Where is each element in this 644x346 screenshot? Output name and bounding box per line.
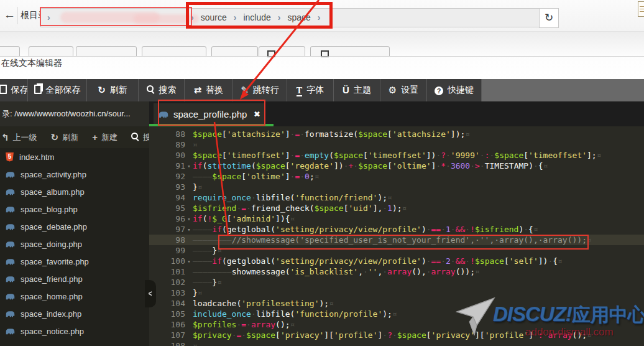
code-line-100[interactable]: 100▾————if(getglobal('setting/privacy/vi…: [149, 256, 644, 266]
code-line-91[interactable]: 91▾if(strtotime($space['regdate'])·+·$sp…: [149, 161, 644, 171]
back-icon[interactable]: ←: [4, 8, 16, 22]
code-text: ————————showmessage('is_blacklist',·'',·…: [193, 266, 480, 277]
plus-icon: +: [92, 133, 98, 143]
code-text: ————}¤: [193, 245, 222, 256]
php-file-icon: [6, 292, 15, 300]
toolbar-button-pages[interactable]: 全部保存: [28, 79, 87, 101]
file-item[interactable]: space_blog.php: [0, 200, 149, 218]
toolbar-button-refresh[interactable]: ↻刷新: [87, 79, 139, 101]
chevron-icon: ›: [318, 12, 321, 22]
file-name: space_index.php: [21, 309, 81, 319]
line-number: 94: [149, 192, 185, 203]
php-file-icon: [6, 223, 15, 230]
cutoff-button[interactable]: [259, 46, 305, 57]
file-item[interactable]: space_index.php: [0, 305, 149, 322]
code-line-108[interactable]: 108¤: [149, 340, 644, 346]
cutoff-button[interactable]: [0, 46, 20, 57]
tab-title: space_profile.php: [173, 109, 249, 119]
filetool-uplevel[interactable]: ↰上一级: [1, 132, 37, 143]
cutoff-button[interactable]: [211, 46, 258, 57]
breadcrumb-item-source[interactable]: source: [201, 12, 227, 22]
toolbar-button-search[interactable]: 搜索: [139, 79, 185, 101]
refresh-icon: ↻: [98, 85, 106, 95]
fold-arrow-icon[interactable]: ▾: [185, 256, 193, 266]
toolbar-button-page[interactable]: 保存: [0, 79, 28, 101]
cutoff-button[interactable]: [76, 46, 137, 57]
cutoff-button[interactable]: [310, 46, 390, 57]
divider: [0, 56, 644, 57]
code-line-89[interactable]: 89¤: [149, 139, 644, 150]
file-name: index.htm: [19, 152, 54, 162]
collapse-sidebar-handle[interactable]: <: [145, 280, 156, 307]
font-icon: T: [297, 85, 302, 95]
filetool-refresh[interactable]: ↻刷新: [51, 132, 79, 143]
toolbar-button-font[interactable]: T字体: [287, 79, 334, 101]
code-line-96[interactable]: 96▾if(!$_G['adminid']){¤: [149, 213, 644, 224]
file-name: space_favorite.php: [21, 257, 89, 266]
tab-space-profile[interactable]: space_profile.php ✖: [154, 103, 265, 124]
code-line-99[interactable]: 99————}¤: [149, 245, 644, 256]
breadcrumb-item-include[interactable]: include: [243, 12, 270, 22]
file-item[interactable]: space_notice.php: [0, 322, 149, 340]
code-line-102[interactable]: 102————}¤: [149, 277, 644, 288]
file-item[interactable]: 5index.htm: [0, 148, 149, 166]
file-item[interactable]: space_debate.php: [0, 218, 149, 235]
toolbar-button-theme[interactable]: Ü主题: [334, 79, 380, 101]
refresh-button[interactable]: ↻: [539, 8, 559, 28]
toolbar-button-help[interactable]: ?快捷键: [427, 79, 482, 101]
close-tab-icon[interactable]: ✖: [254, 110, 260, 119]
file-name: space_friend.php: [21, 274, 83, 284]
fold-gutter: [185, 245, 193, 256]
code-line-95[interactable]: 95$isfriend·=·friend_check($space['uid']…: [149, 203, 644, 213]
list-icon[interactable]: [638, 1, 644, 17]
code-text: $isfriend·=·friend_check($space['uid'],·…: [193, 203, 407, 213]
fold-arrow-icon[interactable]: ▾: [185, 161, 193, 171]
file-item[interactable]: space_friend.php: [0, 270, 149, 288]
code-line-93[interactable]: 93}¤: [149, 182, 644, 192]
code-line-105[interactable]: 105include_once·libfile('function/profil…: [149, 309, 644, 319]
toolbar-button-goto[interactable]: ✎跳转行: [233, 79, 287, 101]
file-item[interactable]: space_doing.php: [0, 235, 149, 253]
code-line-104[interactable]: 104loadcache('profilesetting');¤: [149, 298, 644, 309]
fold-gutter: [185, 235, 193, 245]
line-number: 90: [149, 150, 185, 161]
code-editor[interactable]: 88$space['attachsize']·=·formatsize($spa…: [149, 126, 644, 346]
code-line-92[interactable]: 92————$space['oltime']·=·0;¤: [149, 171, 644, 182]
top-breadcrumb-bar: ← 根目录 › ›source›include›space› ↻: [0, 0, 644, 32]
breadcrumb: ›source›include›space›: [191, 12, 320, 22]
file-name: space_doing.php: [21, 240, 82, 249]
php-file-icon: [6, 327, 15, 335]
file-item[interactable]: space_activity.php: [0, 166, 149, 183]
cutoff-button[interactable]: [29, 46, 73, 57]
code-line-101[interactable]: 101————————showmessage('is_blacklist',·'…: [149, 266, 644, 277]
code-line-106[interactable]: 106$profiles·=·array();¤: [149, 319, 644, 330]
file-item[interactable]: space_favorite.php: [0, 253, 149, 270]
code-text: $space['attachsize']·=·formatsize($space…: [193, 129, 470, 139]
code-line-107[interactable]: 107$privacy·=·$space['privacy']['profile…: [149, 330, 644, 340]
breadcrumb-field[interactable]: › ›source›include›space›: [40, 8, 540, 27]
code-line-98[interactable]: 98————————//showmessage('specified_user_…: [149, 235, 644, 245]
file-name: space_debate.php: [21, 222, 87, 231]
toolbar-button-swap[interactable]: ⇄替换: [185, 79, 233, 101]
line-number: 89: [149, 139, 185, 150]
file-item[interactable]: space_album.php: [0, 183, 149, 200]
breadcrumb-item-space[interactable]: space: [287, 12, 310, 22]
fold-arrow-icon[interactable]: ▾: [185, 213, 193, 224]
code-line-103[interactable]: 103}¤: [149, 288, 644, 298]
code-line-90[interactable]: 90$space['timeoffset']·=·empty($space['t…: [149, 150, 644, 161]
gear-icon: ⚙: [389, 85, 397, 95]
code-line-97[interactable]: 97▾————if(getglobal('setting/privacy/vie…: [149, 224, 644, 235]
page-title: 在线文本编辑器: [1, 58, 62, 69]
code-line-94[interactable]: 94require_once·libfile('function/friend'…: [149, 192, 644, 203]
file-item[interactable]: space_home.php: [0, 288, 149, 305]
fold-arrow-icon[interactable]: ▾: [185, 224, 193, 235]
toolbar-button-gear[interactable]: ⚙设置: [380, 79, 427, 101]
search-icon: [147, 85, 155, 95]
code-text: ————$space['oltime']·=·0;¤: [193, 171, 320, 182]
fold-gutter: [185, 298, 193, 309]
code-line-88[interactable]: 88$space['attachsize']·=·formatsize($spa…: [149, 129, 644, 139]
file-name: space_album.php: [21, 187, 85, 197]
cutoff-button[interactable]: [142, 46, 206, 57]
fold-gutter: [185, 203, 193, 213]
filetool-plus[interactable]: +新建: [92, 132, 117, 143]
